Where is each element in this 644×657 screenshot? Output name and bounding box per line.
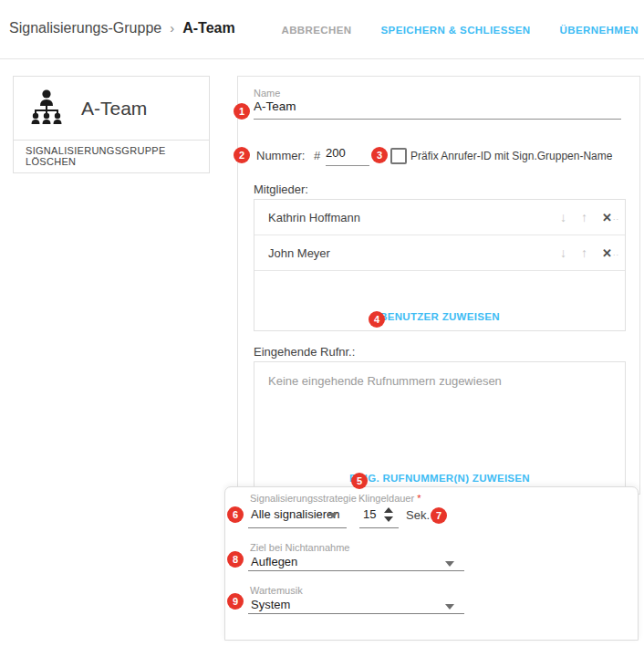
members-list: Kathrin Hoffmann ↓ ↑ ✕ .. John Meyer ↓ ↑… xyxy=(254,199,626,331)
annotation-badge-2: 2 xyxy=(234,147,250,163)
ring-duration-input[interactable] xyxy=(363,507,381,527)
header-actions: ABBRECHEN SPEICHERN & SCHLIESSEN ÜBERNEH… xyxy=(281,25,639,36)
overflow-dots: .. xyxy=(613,248,619,257)
overflow-dots: .. xyxy=(613,213,619,222)
annotation-badge-5: 5 xyxy=(351,473,368,489)
hold-music-value: System xyxy=(251,598,290,611)
no-answer-target-value: Auflegen xyxy=(251,555,297,568)
member-row: John Meyer ↓ ↑ ✕ .. xyxy=(254,235,625,271)
ring-duration-unit: Sek. xyxy=(406,508,430,522)
annotation-badge-4: 4 xyxy=(369,311,385,328)
prefix-caller-id-checkbox[interactable] xyxy=(390,148,407,164)
no-answer-target-label: Ziel bei Nichtannahme xyxy=(250,542,349,553)
assign-incoming-numbers-link[interactable]: EING. RUFNUMMER(N) ZUWEISEN xyxy=(254,473,625,484)
ring-duration-label: Klingeldauer * xyxy=(358,493,421,504)
number-prefix-hash: # xyxy=(314,149,320,162)
org-chart-icon xyxy=(30,89,63,129)
dropdown-caret-icon xyxy=(445,604,454,610)
number-input[interactable] xyxy=(326,146,369,166)
annotation-badge-3: 3 xyxy=(371,147,388,163)
breadcrumb-separator-icon: › xyxy=(170,20,174,36)
incoming-numbers-list: Keine eingehende Rufnummern zugewiesen E… xyxy=(254,361,626,495)
member-name: John Meyer xyxy=(268,246,545,260)
annotation-badge-8: 8 xyxy=(227,551,244,568)
strategy-value: Alle signalisieren xyxy=(251,507,340,521)
hold-music-label: Wartemusik xyxy=(250,585,303,596)
move-down-icon[interactable]: ↓ xyxy=(560,245,566,260)
stepper-down-icon[interactable] xyxy=(384,516,393,522)
dropdown-caret-icon xyxy=(445,561,454,567)
required-asterisk: * xyxy=(417,493,421,504)
group-summary-card: A-Team SIGNALISIERUNGSGRUPPE LÖSCHEN xyxy=(13,76,210,173)
name-field-label: Name xyxy=(254,88,280,99)
cancel-button[interactable]: ABBRECHEN xyxy=(281,25,351,36)
annotation-badge-6: 6 xyxy=(227,506,244,523)
dropdown-caret-icon xyxy=(328,513,338,518)
name-input[interactable] xyxy=(254,99,621,120)
assign-users-link[interactable]: BENUTZER ZUWEISEN xyxy=(254,311,625,322)
incoming-numbers-section-label: Eingehende Rufnr.: xyxy=(254,345,355,359)
member-name: Kathrin Hoffmann xyxy=(268,211,545,224)
delete-group-button[interactable]: SIGNALISIERUNGSGRUPPE LÖSCHEN xyxy=(14,141,209,172)
apply-button[interactable]: ÜBERNEHMEN xyxy=(560,25,639,36)
move-up-icon[interactable]: ↑ xyxy=(581,210,587,224)
header-bar: Signalisierungs-Gruppe›A-Team ABBRECHEN … xyxy=(0,0,644,59)
member-row: Kathrin Hoffmann ↓ ↑ ✕ .. xyxy=(254,200,625,235)
annotation-badge-1: 1 xyxy=(234,103,250,120)
move-down-icon[interactable]: ↓ xyxy=(560,210,566,224)
save-and-close-button[interactable]: SPEICHERN & SCHLIESSEN xyxy=(381,25,531,36)
breadcrumb-parent[interactable]: Signalisierungs-Gruppe xyxy=(9,20,161,36)
prefix-caller-id-checkbox-label: Präfix Anrufer-ID mit Sign.Gruppen-Name xyxy=(410,150,639,162)
move-up-icon[interactable]: ↑ xyxy=(581,245,587,260)
breadcrumb: Signalisierungs-Gruppe›A-Team xyxy=(9,20,235,36)
number-field-label: Nummer: xyxy=(256,149,305,162)
members-section-label: Mitglieder: xyxy=(254,182,308,196)
group-summary-header: A-Team xyxy=(14,77,209,141)
annotation-badge-7: 7 xyxy=(431,507,447,524)
annotation-badge-9: 9 xyxy=(227,593,244,610)
strategy-dropdown[interactable]: Alle signalisieren xyxy=(248,504,348,527)
group-title: A-Team xyxy=(81,98,147,120)
incoming-numbers-empty-text: Keine eingehende Rufnummern zugewiesen xyxy=(268,374,502,388)
remove-member-icon[interactable]: ✕ xyxy=(602,211,612,224)
breadcrumb-current: A-Team xyxy=(182,20,235,36)
remove-member-icon[interactable]: ✕ xyxy=(602,246,612,260)
strategy-label: Signalisierungsstrategie xyxy=(250,493,357,504)
stepper-up-icon[interactable] xyxy=(384,507,393,513)
signaling-group-edit-page: Signalisierungs-Gruppe›A-Team ABBRECHEN … xyxy=(0,0,644,657)
ring-duration-stepper[interactable] xyxy=(384,507,393,522)
